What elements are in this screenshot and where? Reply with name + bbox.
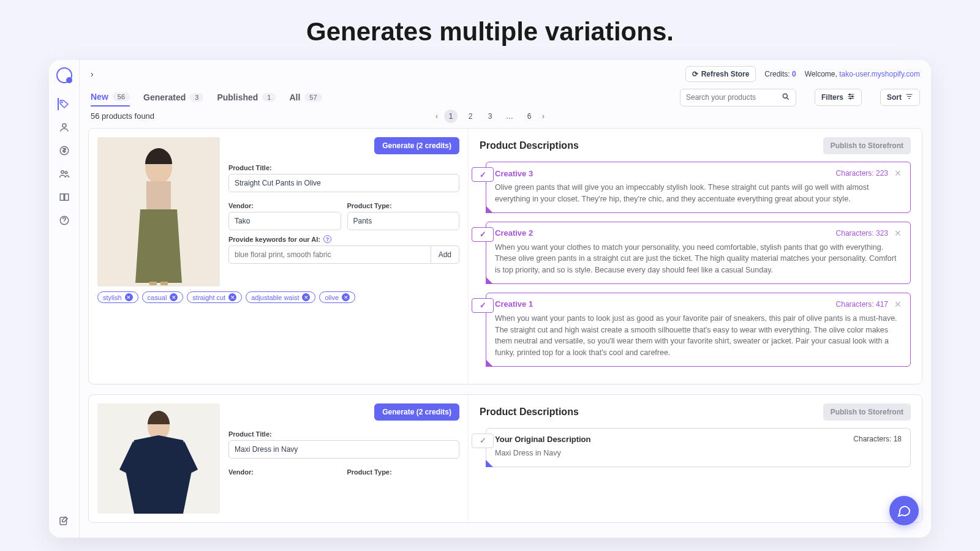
tab-new[interactable]: New 56 xyxy=(91,88,130,107)
generate-button[interactable]: Generate (2 credits) xyxy=(374,137,459,154)
svg-rect-13 xyxy=(146,181,171,212)
page-6[interactable]: 6 xyxy=(522,110,536,123)
page-next[interactable]: › xyxy=(542,112,545,121)
product-card: Generate (2 credits) Product Title: Vend… xyxy=(88,128,922,384)
check-icon[interactable]: ✓ xyxy=(472,298,494,313)
creative-body: Maxi Dress in Navy xyxy=(495,448,902,459)
keyword-input[interactable] xyxy=(228,246,431,264)
creative-body: When you want your pants to look just as… xyxy=(495,313,902,359)
svg-point-0 xyxy=(61,102,62,103)
chip: adjustable waist✕ xyxy=(246,291,315,303)
chip-remove-icon[interactable]: ✕ xyxy=(170,293,178,301)
publish-button[interactable]: Publish to Storefront xyxy=(823,403,911,421)
product-card: Generate (2 credits) Product Title: Vend… xyxy=(88,394,922,523)
chat-fab[interactable] xyxy=(889,496,919,525)
creative-card[interactable]: ✓ Creative 3Characters: 223✕ Olive green… xyxy=(486,162,911,213)
tab-all[interactable]: All 57 xyxy=(289,89,322,106)
publish-button[interactable]: Publish to Storefront xyxy=(823,137,911,154)
creative-body: Olive green pants that will give you an … xyxy=(495,182,902,205)
chip: straight cut✕ xyxy=(187,291,242,303)
tab-label: All xyxy=(289,92,300,102)
creative-card[interactable]: ✓ Creative 2Characters: 323✕ When you wa… xyxy=(486,222,911,284)
chip-remove-icon[interactable]: ✕ xyxy=(302,293,310,301)
tag-icon[interactable] xyxy=(58,98,70,110)
svg-point-8 xyxy=(849,94,850,95)
help-icon[interactable] xyxy=(58,214,70,227)
product-title-label: Product Title: xyxy=(228,164,459,171)
close-icon[interactable]: ✕ xyxy=(894,228,902,238)
sort-icon xyxy=(905,92,913,102)
keywords-label: Provide keywords for our AI:? xyxy=(228,235,459,243)
store-link[interactable]: tako-user.myshopify.com xyxy=(839,70,920,78)
filters-button[interactable]: Filters xyxy=(815,89,862,106)
product-left: Generate (2 credits) Product Title: Vend… xyxy=(89,129,469,384)
svg-point-7 xyxy=(783,94,787,98)
check-icon[interactable]: ✓ xyxy=(472,167,494,182)
sort-label: Sort xyxy=(887,93,902,102)
product-title-input[interactable] xyxy=(228,174,459,192)
tab-generated[interactable]: Generated 3 xyxy=(143,89,203,106)
chip: olive✕ xyxy=(319,291,355,303)
tab-count: 3 xyxy=(190,93,203,102)
product-list: Generate (2 credits) Product Title: Vend… xyxy=(80,124,931,538)
tab-label: Published xyxy=(217,92,258,102)
pagination: ‹ 1 2 3 … 6 › xyxy=(435,110,545,123)
book-icon[interactable] xyxy=(58,191,70,203)
check-icon[interactable]: ✓ xyxy=(472,433,494,448)
sort-button[interactable]: Sort xyxy=(880,89,920,106)
welcome-text: Welcome, tako-user.myshopify.com xyxy=(805,70,920,78)
svg-point-3 xyxy=(61,171,64,174)
results-row: 56 products found ‹ 1 2 3 … 6 › xyxy=(80,107,931,124)
product-image xyxy=(97,137,220,287)
svg-point-1 xyxy=(62,124,66,127)
close-icon[interactable]: ✕ xyxy=(894,299,902,309)
user-icon[interactable] xyxy=(58,121,70,133)
creative-name: Creative 3 xyxy=(495,169,533,178)
char-count: Characters: 417 xyxy=(836,300,888,309)
chip-remove-icon[interactable]: ✕ xyxy=(342,293,350,301)
product-left: Generate (2 credits) Product Title: Vend… xyxy=(89,395,469,522)
compose-icon[interactable] xyxy=(58,515,69,529)
app-window: › ⟳ Refresh Store Credits: 0 Welcome, ta… xyxy=(49,60,931,538)
product-title-input[interactable] xyxy=(228,440,459,459)
creative-card[interactable]: ✓ Creative 1Characters: 417✕ When you wa… xyxy=(486,293,911,367)
generate-button[interactable]: Generate (2 credits) xyxy=(374,403,459,421)
vendor-input[interactable] xyxy=(228,212,341,230)
char-count: Characters: 223 xyxy=(836,169,888,178)
help-icon[interactable]: ? xyxy=(323,235,331,243)
dollar-icon[interactable] xyxy=(58,144,70,157)
vendor-label: Vendor: xyxy=(228,202,341,209)
refresh-store-button[interactable]: ⟳ Refresh Store xyxy=(685,66,756,82)
chip-remove-icon[interactable]: ✕ xyxy=(228,293,236,301)
page-2[interactable]: 2 xyxy=(464,110,477,123)
chevron-right-icon[interactable]: › xyxy=(91,69,94,79)
refresh-icon: ⟳ xyxy=(692,70,698,78)
close-icon[interactable]: ✕ xyxy=(894,168,902,178)
check-icon[interactable]: ✓ xyxy=(472,227,494,242)
product-type-label: Product Type: xyxy=(347,468,460,476)
product-title-label: Product Title: xyxy=(228,430,459,438)
chip: stylish✕ xyxy=(97,291,138,303)
credits-display: Credits: 0 xyxy=(764,70,796,78)
search-input[interactable] xyxy=(686,93,782,102)
svg-point-4 xyxy=(65,171,67,174)
svg-point-10 xyxy=(850,98,851,99)
svg-point-9 xyxy=(852,96,853,97)
descriptions-heading: Product Descriptions xyxy=(480,407,579,418)
page-prev[interactable]: ‹ xyxy=(435,112,438,121)
search-box[interactable] xyxy=(680,89,796,107)
main-content: › ⟳ Refresh Store Credits: 0 Welcome, ta… xyxy=(80,60,931,538)
creative-card[interactable]: ✓ Your Original DescriptionCharacters: 1… xyxy=(486,428,911,467)
page-ellipsis: … xyxy=(503,110,516,123)
search-icon[interactable] xyxy=(782,92,790,103)
page-1[interactable]: 1 xyxy=(444,110,458,123)
char-count: Characters: 323 xyxy=(836,229,888,238)
chip: casual✕ xyxy=(142,291,184,303)
users-icon[interactable] xyxy=(58,168,70,180)
product-type-input[interactable] xyxy=(347,212,460,230)
hero-title: Generates multiple variations. xyxy=(0,0,980,60)
page-3[interactable]: 3 xyxy=(483,110,497,123)
add-keyword-button[interactable]: Add xyxy=(431,246,459,264)
chip-remove-icon[interactable]: ✕ xyxy=(125,293,133,301)
tab-published[interactable]: Published 1 xyxy=(217,89,276,106)
